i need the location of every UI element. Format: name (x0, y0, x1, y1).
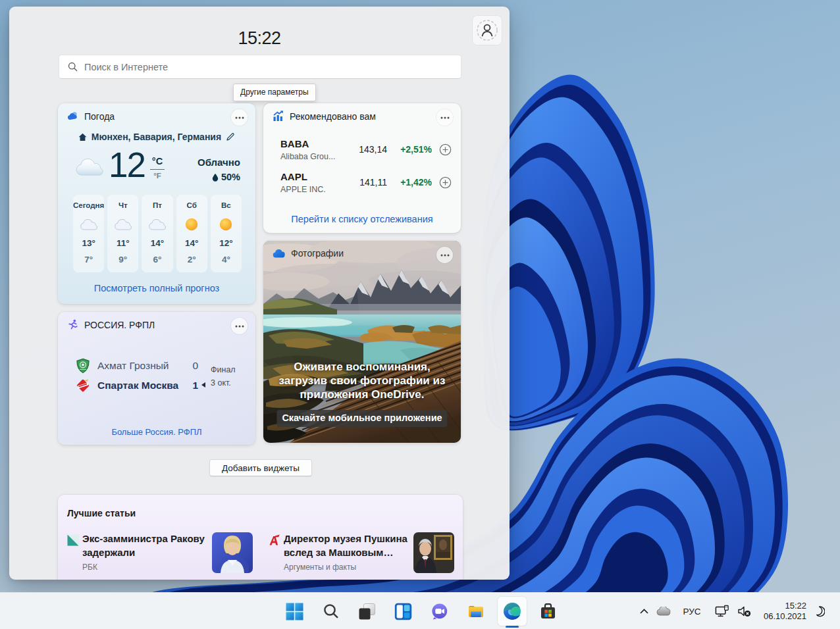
match-meta: Финал 3 окт. (211, 365, 251, 388)
cloudy-icon (148, 218, 167, 231)
day-low: 4° (222, 255, 230, 264)
weather-more-button[interactable] (231, 109, 248, 126)
day-weather-icon (147, 214, 167, 234)
task-view-button[interactable] (353, 597, 382, 626)
weather-location-row[interactable]: Мюнхен, Бавария, Германия (58, 132, 255, 142)
forecast-day[interactable]: Чт 11° 9° (107, 195, 138, 272)
forecast-days: Сегодня 13° 7° Чт 11° 9° (73, 195, 242, 272)
forecast-day[interactable]: Пт 14° 6° (142, 195, 172, 272)
stock-row[interactable]: BABA Alibaba Grou... 143,14 +2,51% (280, 138, 445, 161)
sports-widget[interactable]: РОССИЯ. РФПЛ Ахмат Грозный 0 (58, 312, 255, 445)
download-mobile-app-button[interactable]: Скачайте мобильное приложение (276, 410, 447, 427)
stocks-widget[interactable]: Рекомендовано вам BABA Alibaba Grou... 1… (263, 103, 461, 233)
match-date: 3 окт. (211, 378, 251, 388)
sports-more-button[interactable] (231, 318, 248, 334)
day-low: 2° (188, 255, 196, 264)
stock-price: 143,14 (359, 144, 387, 155)
photos-message-line: приложения OneDrive. (263, 388, 461, 401)
article-thumbnail (212, 532, 253, 573)
team-name: Ахмат Грозный (97, 360, 169, 372)
widgets-icon (394, 603, 412, 620)
stocks-more-button[interactable] (436, 109, 453, 126)
microsoft-store-icon (539, 603, 557, 620)
search-placeholder: Поиск в Интернете (84, 62, 168, 72)
stocks-icon (273, 111, 284, 122)
current-temperature: 12 (109, 145, 145, 185)
ellipsis-icon (235, 116, 244, 119)
edge-button[interactable] (498, 597, 527, 626)
day-label: Вс (221, 201, 231, 209)
match-status: Финал (211, 365, 251, 375)
day-low: 6° (153, 255, 162, 264)
team-akhmat-logo (75, 358, 91, 374)
panel-clock: 15:22 (9, 28, 510, 48)
day-label: Пт (153, 201, 162, 209)
tray-focus-assist-button[interactable] (808, 598, 830, 624)
news-article[interactable]: Экс-замминистра Ракову задержали РБК (67, 532, 253, 574)
news-article[interactable]: Директор музея Пушкина вслед за Машковым… (269, 532, 454, 574)
add-to-watchlist-icon[interactable] (439, 176, 452, 189)
taskbar-search-button[interactable] (317, 597, 346, 626)
winner-indicator-icon (201, 382, 205, 388)
add-to-watchlist-icon[interactable] (439, 143, 452, 156)
file-explorer-button[interactable] (461, 597, 490, 626)
desktop: 15:22 Поиск в Интернете Другие параметры (0, 0, 840, 629)
taskbar-center (276, 593, 566, 629)
edit-location-icon[interactable] (226, 132, 235, 141)
forecast-day[interactable]: Вс 12° 4° (211, 195, 242, 272)
unit-fahrenheit[interactable]: °F (149, 172, 166, 180)
droplet-icon (212, 173, 219, 182)
tray-date: 06.10.2021 (754, 611, 806, 622)
file-explorer-icon (467, 602, 485, 620)
team-spartak-logo (75, 378, 91, 393)
forecast-day[interactable]: Сегодня 13° 7° (73, 195, 104, 272)
photos-widget[interactable]: Фотографии Оживите воспоминания, загрузи… (263, 241, 461, 443)
add-widgets-button[interactable]: Добавить виджеты (209, 459, 312, 476)
sports-more-link[interactable]: Больше Россия. РФПЛ (58, 427, 255, 437)
sports-widget-title: РОССИЯ. РФПЛ (84, 320, 155, 330)
sports-widget-header: РОССИЯ. РФПЛ (67, 319, 155, 330)
photos-more-button[interactable] (436, 247, 453, 263)
weather-full-forecast-link[interactable]: Посмотреть полный прогноз (58, 283, 255, 293)
day-label: Сегодня (73, 201, 104, 209)
sports-runner-icon (67, 319, 78, 330)
chat-button[interactable] (425, 597, 454, 626)
forecast-day[interactable]: Сб 14° 2° (176, 195, 207, 272)
stock-row[interactable]: AAPL APPLE INC. 141,11 +1,42% (280, 171, 445, 194)
precipitation: 50% (221, 172, 240, 182)
day-high: 13° (82, 238, 95, 248)
stocks-watchlist-link[interactable]: Перейти к списку отслеживания (263, 214, 461, 224)
condition-text: Облачно (197, 157, 240, 168)
weather-widget-title: Погода (84, 111, 115, 122)
tray-chevron-up-button[interactable] (634, 598, 654, 624)
search-input[interactable]: Поиск в Интернете (59, 55, 461, 79)
day-weather-icon (182, 214, 201, 234)
widgets-button[interactable] (389, 597, 418, 626)
tray-language-button[interactable]: РУС (673, 598, 710, 624)
tray-onedrive-button[interactable] (654, 598, 673, 624)
cloudy-icon (114, 218, 132, 231)
tray-clock-button[interactable]: 15:22 06.10.2021 (754, 598, 808, 624)
profile-button[interactable] (473, 16, 502, 45)
chevron-up-icon (640, 609, 648, 614)
start-button[interactable] (280, 597, 309, 626)
stock-change: +2,51% (400, 144, 432, 155)
day-high: 14° (151, 238, 164, 248)
taskbar: РУС 15:22 (0, 592, 840, 629)
unit-toggle[interactable]: °C °F (149, 156, 166, 180)
network-icon (715, 605, 729, 618)
weather-widget[interactable]: Погода Мюнхен, Бавария, Германия (58, 103, 255, 304)
ellipsis-icon (440, 254, 450, 257)
day-weather-icon (216, 214, 236, 234)
store-button[interactable] (534, 597, 563, 626)
tray-time: 15:22 (754, 601, 806, 611)
home-icon (78, 133, 87, 141)
photos-message: Оживите воспоминания, загрузив свои фото… (263, 360, 461, 401)
day-weather-icon (113, 214, 133, 234)
unit-celsius[interactable]: °C (149, 156, 166, 166)
news-section: Лучшие статьи Экс-замминистра Ракову зад… (58, 495, 463, 580)
article-source: РБК (82, 563, 97, 572)
article-thumbnail (413, 532, 454, 573)
tray-volume-muted-button[interactable] (734, 598, 754, 624)
tray-network-button[interactable] (710, 598, 734, 624)
